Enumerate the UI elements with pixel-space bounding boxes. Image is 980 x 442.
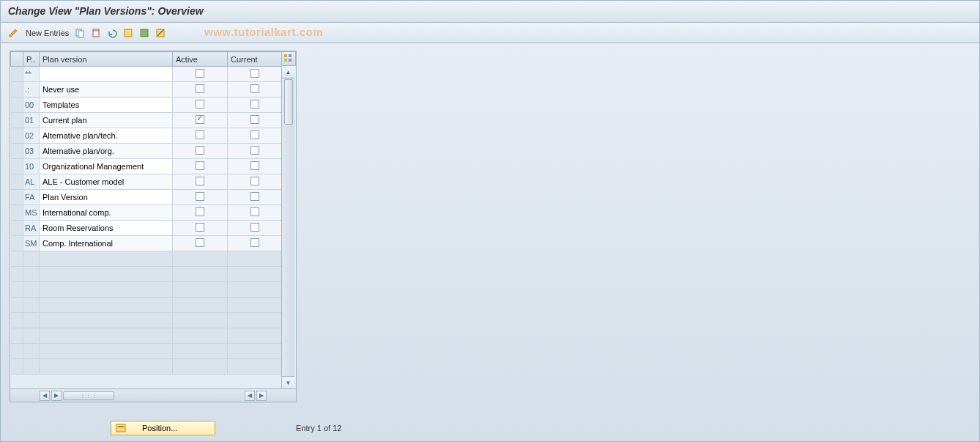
deselect-all-icon[interactable]	[154, 26, 167, 40]
current-cell[interactable]	[228, 174, 282, 190]
row-selector[interactable]	[11, 328, 23, 344]
active-cell[interactable]	[173, 190, 228, 205]
active-cell[interactable]	[173, 236, 228, 251]
active-checkbox[interactable]	[196, 223, 204, 232]
current-cell[interactable]	[228, 113, 282, 128]
current-checkbox[interactable]	[250, 69, 259, 78]
row-selector[interactable]	[11, 267, 23, 282]
scroll-up-arrow[interactable]: ▲	[282, 66, 294, 78]
row-selector[interactable]	[11, 251, 23, 267]
toggle-change-icon[interactable]	[7, 26, 20, 40]
current-checkbox[interactable]	[250, 177, 259, 185]
name-cell[interactable]	[40, 159, 173, 174]
plan-version-input[interactable]	[40, 144, 172, 158]
horizontal-scrollbar[interactable]: ◀ ▶ ⋮⋮⋮ ◀ ▶	[10, 388, 296, 402]
plan-version-input[interactable]	[40, 113, 172, 128]
current-checkbox[interactable]	[250, 84, 259, 93]
h-scroll-thumb[interactable]: ⋮⋮⋮	[63, 391, 114, 400]
current-column-header[interactable]: Current	[228, 52, 282, 67]
row-selector[interactable]	[11, 67, 23, 82]
select-column-header[interactable]	[11, 52, 23, 67]
active-checkbox[interactable]	[196, 161, 204, 170]
h-scroll-left-arrow-2[interactable]: ▶	[51, 391, 62, 401]
active-cell[interactable]	[173, 174, 228, 190]
active-checkbox[interactable]	[196, 146, 204, 155]
name-cell[interactable]	[40, 67, 173, 82]
scroll-down-arrow[interactable]: ▼	[282, 376, 294, 388]
row-selector[interactable]	[11, 236, 23, 251]
current-checkbox[interactable]	[250, 161, 259, 170]
row-selector[interactable]	[11, 128, 23, 144]
active-checkbox[interactable]	[196, 69, 204, 78]
current-checkbox[interactable]	[250, 223, 259, 232]
h-scroll-right-arrow-2[interactable]: ▶	[256, 391, 267, 401]
current-cell[interactable]	[228, 205, 282, 221]
name-cell[interactable]	[40, 97, 173, 113]
name-cell[interactable]	[40, 205, 173, 221]
undo-icon[interactable]	[105, 26, 119, 40]
plan-version-input[interactable]	[40, 159, 172, 174]
active-cell[interactable]	[173, 113, 228, 128]
h-scroll-left-arrow[interactable]: ◀	[40, 391, 50, 401]
current-checkbox[interactable]	[250, 207, 259, 216]
row-selector[interactable]	[11, 97, 23, 113]
name-cell[interactable]	[40, 82, 173, 97]
row-selector[interactable]	[11, 205, 23, 221]
current-checkbox[interactable]	[250, 238, 259, 247]
plan-version-input[interactable]	[40, 174, 172, 189]
active-checkbox[interactable]	[196, 192, 204, 201]
row-selector[interactable]	[11, 344, 23, 359]
name-cell[interactable]	[40, 144, 173, 159]
active-column-header[interactable]: Active	[173, 52, 228, 67]
row-selector[interactable]	[11, 313, 23, 328]
plan-version-input[interactable]	[40, 97, 172, 112]
scroll-track[interactable]	[282, 125, 294, 376]
new-entries-button[interactable]: New Entries	[26, 29, 69, 37]
active-cell[interactable]	[173, 128, 228, 144]
name-column-header[interactable]: Plan version	[40, 52, 173, 67]
active-checkbox[interactable]	[196, 84, 204, 93]
row-selector[interactable]	[11, 221, 23, 236]
plan-version-input[interactable]	[40, 205, 172, 220]
current-checkbox[interactable]	[250, 100, 259, 108]
active-checkbox[interactable]	[196, 238, 204, 247]
code-column-header[interactable]: P..	[23, 52, 40, 67]
position-button[interactable]: Position...	[111, 421, 215, 435]
name-cell[interactable]	[40, 113, 173, 128]
current-checkbox[interactable]	[250, 130, 259, 139]
active-cell[interactable]	[173, 205, 228, 221]
current-cell[interactable]	[228, 128, 282, 144]
active-checkbox[interactable]	[196, 177, 204, 185]
current-checkbox[interactable]	[250, 192, 259, 201]
row-selector[interactable]	[11, 359, 23, 375]
name-cell[interactable]	[40, 190, 173, 205]
active-checkbox[interactable]	[196, 100, 204, 108]
h-scroll-right-arrow[interactable]: ◀	[245, 391, 255, 401]
active-checkbox[interactable]	[196, 115, 204, 124]
active-cell[interactable]	[173, 144, 228, 159]
scroll-thumb[interactable]	[284, 79, 293, 125]
row-selector[interactable]	[11, 113, 23, 128]
current-cell[interactable]	[228, 236, 282, 251]
current-cell[interactable]	[228, 159, 282, 174]
name-cell[interactable]	[40, 221, 173, 236]
name-cell[interactable]	[40, 174, 173, 190]
active-cell[interactable]	[173, 67, 228, 82]
name-cell[interactable]	[40, 236, 173, 251]
table-settings-icon[interactable]	[283, 53, 294, 65]
active-cell[interactable]	[173, 82, 228, 97]
active-checkbox[interactable]	[196, 207, 204, 216]
current-checkbox[interactable]	[250, 146, 259, 155]
row-selector[interactable]	[11, 282, 23, 298]
current-cell[interactable]	[228, 82, 282, 97]
name-cell[interactable]	[40, 128, 173, 144]
row-selector[interactable]	[11, 82, 23, 97]
plan-version-input[interactable]	[40, 82, 172, 97]
plan-version-input[interactable]	[40, 128, 172, 143]
current-cell[interactable]	[228, 144, 282, 159]
vertical-scrollbar[interactable]: ▲ ▼	[281, 66, 294, 388]
active-cell[interactable]	[173, 159, 228, 174]
select-block-icon[interactable]	[138, 26, 151, 40]
row-selector[interactable]	[11, 174, 23, 190]
active-cell[interactable]	[173, 221, 228, 236]
